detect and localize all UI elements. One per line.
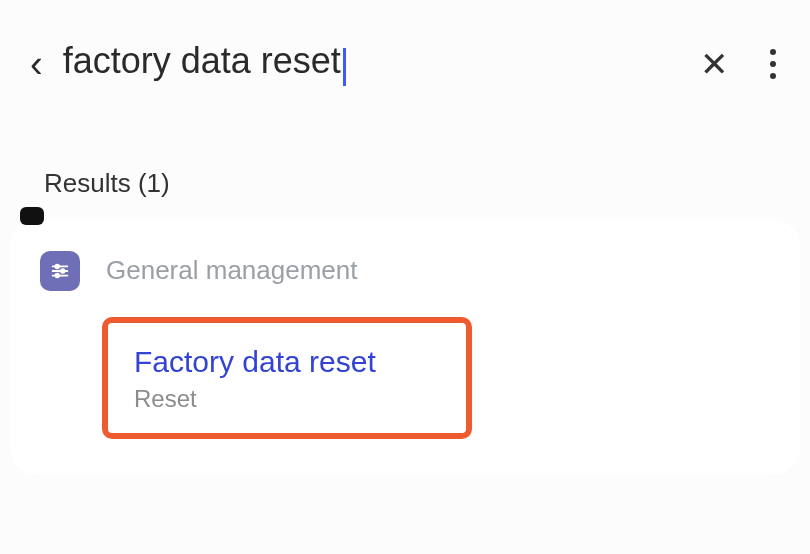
clear-icon[interactable]: ✕ [700, 44, 728, 84]
result-item[interactable]: Factory data reset Reset [102, 317, 472, 439]
result-title: Factory data reset [134, 345, 440, 379]
decorative-square [20, 207, 44, 225]
general-management-icon [40, 251, 80, 291]
svg-point-3 [55, 264, 59, 268]
search-header: ‹ factory data reset ✕ [0, 0, 810, 108]
more-options-icon[interactable] [766, 45, 780, 83]
result-category-row[interactable]: General management [40, 251, 770, 291]
result-category-label: General management [106, 255, 357, 286]
back-icon[interactable]: ‹ [30, 45, 43, 83]
result-subtitle: Reset [134, 385, 440, 413]
search-input[interactable]: factory data reset [63, 40, 680, 88]
results-card: General management Factory data reset Re… [10, 219, 800, 475]
text-cursor [343, 48, 346, 86]
svg-point-5 [55, 274, 59, 278]
search-query-text: factory data reset [63, 40, 341, 82]
svg-point-4 [61, 269, 65, 273]
results-count-label: Results (1) [0, 108, 810, 219]
